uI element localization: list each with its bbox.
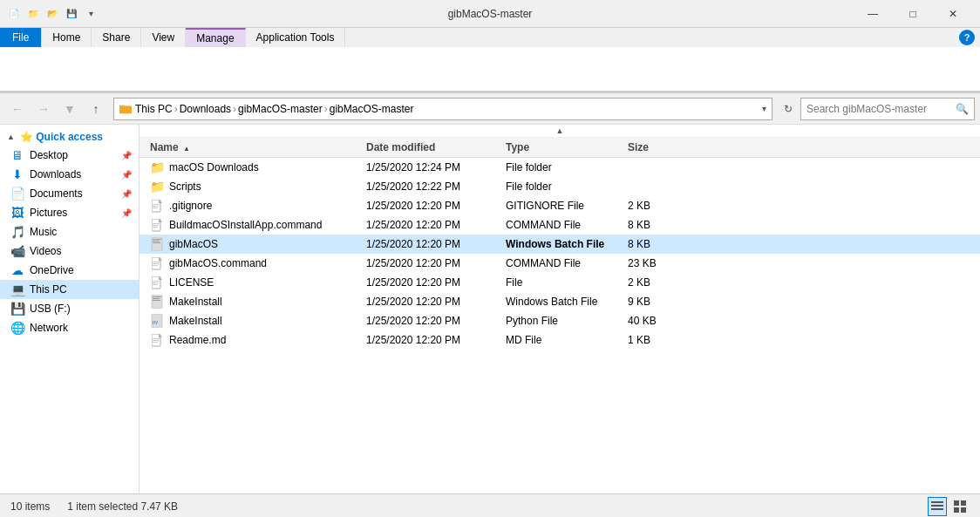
sidebar-item-downloads[interactable]: ⬇ Downloads 📌 <box>0 165 139 184</box>
file-icon <box>150 218 164 232</box>
open-folder-icon: 📂 <box>45 7 59 21</box>
table-row[interactable]: gibMacOS 1/25/2020 12:20 PM Windows Batc… <box>140 235 980 254</box>
file-date: 1/25/2020 12:20 PM <box>366 334 506 346</box>
sidebar-item-music[interactable]: 🎵 Music <box>0 222 139 241</box>
sort-indicator: ▲ <box>556 126 564 135</box>
file-date: 1/25/2020 12:20 PM <box>366 219 506 231</box>
address-bar[interactable]: This PC › Downloads › gibMacOS-master › … <box>113 98 772 120</box>
sidebar-item-network[interactable]: 🌐 Network <box>0 318 139 337</box>
sidebar-item-desktop[interactable]: 🖥 Desktop 📌 <box>0 146 139 165</box>
ribbon-content <box>0 47 980 92</box>
svg-rect-6 <box>153 207 158 208</box>
tab-view[interactable]: View <box>141 28 186 47</box>
sidebar: ▲ ⭐ Quick access 🖥 Desktop 📌 ⬇ Downloads… <box>0 125 140 493</box>
sidebar-item-documents[interactable]: 📄 Documents 📌 <box>0 184 139 203</box>
file-type: File <box>506 276 628 289</box>
svg-rect-28 <box>153 298 160 299</box>
file-name: gibMacOS <box>169 238 218 250</box>
file-date: 1/25/2020 12:20 PM <box>366 257 506 269</box>
tab-home[interactable]: Home <box>42 28 92 47</box>
quickaccess-expand-icon: ▲ <box>7 133 15 141</box>
svg-rect-37 <box>931 501 943 503</box>
window-controls: — □ ✕ <box>853 0 973 28</box>
svg-rect-35 <box>153 340 159 341</box>
videos-icon: 📹 <box>10 244 24 258</box>
table-row[interactable]: 📁 Scripts 1/25/2020 12:22 PM File folder <box>140 177 980 196</box>
details-view-button[interactable] <box>950 497 970 516</box>
address-path-gibmacos-master-1[interactable]: gibMacOS-master <box>238 103 323 115</box>
table-row[interactable]: py MakeInstall 1/25/2020 12:20 PM Python… <box>140 311 980 330</box>
sidebar-label-usb: USB (F:) <box>30 303 71 315</box>
table-row[interactable]: 📁 macOS Downloads 1/25/2020 12:24 PM Fil… <box>140 158 980 177</box>
folder-icon: 📁 <box>26 7 40 21</box>
sidebar-item-onedrive[interactable]: ☁ OneDrive <box>0 261 139 280</box>
sidebar-item-usb[interactable]: 💾 USB (F:) <box>0 299 139 318</box>
sidebar-label-network: Network <box>30 322 68 334</box>
file-type: COMMAND File <box>506 219 628 231</box>
file-name-cell: BuildmacOSInstallApp.command <box>140 218 366 232</box>
file-icon <box>150 199 164 213</box>
file-area: ▲ Name ▲ Date modified Type Size 📁 macOS… <box>140 125 980 493</box>
file-date: 1/25/2020 12:20 PM <box>366 238 506 250</box>
tab-application-tools[interactable]: Application Tools <box>246 28 346 47</box>
music-icon: 🎵 <box>10 225 24 239</box>
svg-rect-18 <box>153 262 160 262</box>
forward-button[interactable]: → <box>31 97 56 121</box>
close-button[interactable]: ✕ <box>933 0 973 28</box>
col-name-label: Name <box>150 141 179 153</box>
address-path-thispc[interactable]: This PC <box>135 103 173 115</box>
ribbon-help-icon[interactable]: ? <box>959 30 975 45</box>
refresh-button[interactable]: ↻ <box>778 99 799 119</box>
address-dropdown-icon[interactable]: ▾ <box>762 104 766 113</box>
search-input[interactable] <box>806 103 956 115</box>
svg-rect-10 <box>153 225 159 226</box>
search-bar[interactable]: 🔍 <box>800 98 975 120</box>
file-list: 📁 macOS Downloads 1/25/2020 12:24 PM Fil… <box>140 158 980 493</box>
up-button[interactable]: ↑ <box>84 97 108 121</box>
col-header-type[interactable]: Type <box>506 141 628 153</box>
list-view-button[interactable] <box>928 497 947 516</box>
address-path-downloads[interactable]: Downloads <box>180 103 231 115</box>
file-name-cell: MakeInstall <box>140 295 366 309</box>
file-size: 8 KB <box>628 238 698 250</box>
col-header-size[interactable]: Size <box>628 141 698 153</box>
recent-button[interactable]: ▼ <box>58 97 82 121</box>
tab-manage[interactable]: Manage <box>186 28 245 47</box>
maximize-button[interactable]: □ <box>893 0 933 28</box>
svg-rect-25 <box>153 284 158 285</box>
sidebar-item-thispc[interactable]: 💻 This PC <box>0 280 139 299</box>
file-name-cell: LICENSE <box>140 276 366 289</box>
file-name-cell: Readme.md <box>140 333 366 347</box>
col-header-name[interactable]: Name ▲ <box>140 141 366 153</box>
col-header-date[interactable]: Date modified <box>366 141 506 153</box>
table-row[interactable]: Readme.md 1/25/2020 12:20 PM MD File 1 K… <box>140 330 980 350</box>
doc-icon: 📄 <box>7 7 21 21</box>
documents-icon: 📄 <box>10 187 24 201</box>
item-count: 10 items <box>10 500 50 513</box>
sidebar-item-pictures[interactable]: 🖼 Pictures 📌 <box>0 203 139 222</box>
dropdown-icon[interactable]: ▾ <box>84 7 98 21</box>
file-size: 1 KB <box>628 334 698 346</box>
tab-file[interactable]: File <box>0 28 42 47</box>
svg-text:py: py <box>153 319 158 324</box>
file-name: gibMacOS.command <box>169 257 267 269</box>
table-row[interactable]: BuildmacOSInstallApp.command 1/25/2020 1… <box>140 215 980 235</box>
table-row[interactable]: MakeInstall 1/25/2020 12:20 PM Windows B… <box>140 292 980 311</box>
svg-rect-39 <box>931 508 943 510</box>
file-type: Windows Batch File <box>506 238 628 250</box>
view-toggle <box>928 497 970 516</box>
sidebar-section-quickaccess[interactable]: ▲ ⭐ Quick access <box>0 128 139 146</box>
usb-icon: 💾 <box>10 302 24 316</box>
table-row[interactable]: .gitignore 1/25/2020 12:20 PM GITIGNORE … <box>140 196 980 215</box>
table-row[interactable]: LICENSE 1/25/2020 12:20 PM File 2 KB <box>140 273 980 292</box>
sidebar-item-videos[interactable]: 📹 Videos <box>0 241 139 261</box>
table-row[interactable]: gibMacOS.command 1/25/2020 12:20 PM COMM… <box>140 254 980 273</box>
minimize-button[interactable]: — <box>853 0 893 28</box>
file-header: Name ▲ Date modified Type Size <box>140 138 980 158</box>
back-button[interactable]: ← <box>5 97 30 121</box>
tab-share[interactable]: Share <box>92 28 141 47</box>
sidebar-label-quickaccess: ⭐ Quick access <box>20 131 103 143</box>
file-size: 40 KB <box>628 315 698 327</box>
address-path-gibmacos-master-2[interactable]: gibMacOS-master <box>330 103 414 115</box>
file-date: 1/25/2020 12:20 PM <box>366 200 506 212</box>
